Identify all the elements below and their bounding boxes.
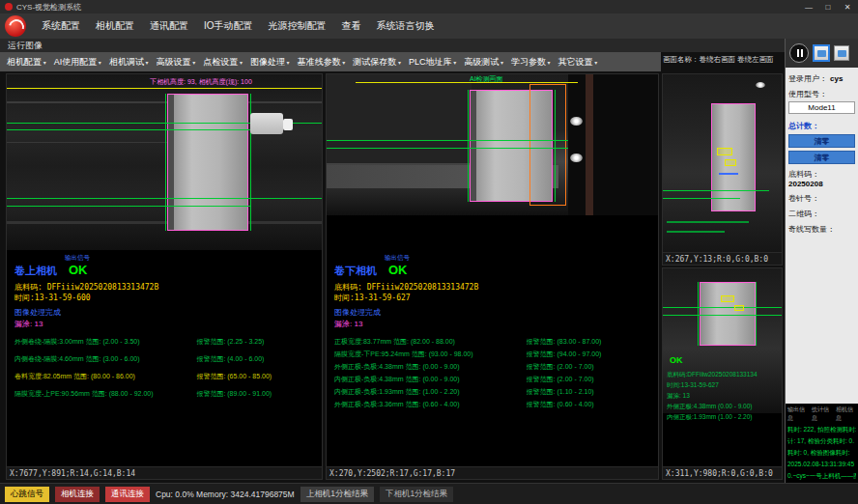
- snapshot-button-1[interactable]: [814, 45, 829, 61]
- model-label: 使用型号：: [788, 89, 855, 99]
- green-measure-line: [756, 282, 757, 346]
- camera-connection-indicator: 相机连接: [55, 487, 100, 502]
- batch-code-value: 20250208: [788, 180, 855, 188]
- alarm-range-text: 报警范围: (2.00 - 7.00): [527, 376, 654, 383]
- menu-light-control-config[interactable]: 光源控制配置: [261, 19, 334, 33]
- roll-needle-label: 卷针号：: [788, 193, 855, 204]
- model-select[interactable]: Mode11: [788, 101, 855, 114]
- yellow-callout-box: [725, 159, 736, 166]
- tb-advanced-settings[interactable]: 高级设置: [153, 54, 200, 70]
- snapshot-button-2[interactable]: [834, 45, 849, 61]
- control-button-row: [786, 39, 858, 68]
- close-button[interactable]: ✕: [842, 3, 853, 12]
- menu-io-manual-config[interactable]: IO手动配置: [196, 19, 261, 33]
- alarm-range-text: 报警范围: (0.60 - 4.00): [527, 401, 654, 408]
- time-text: 时间:13-31-59-627: [334, 293, 654, 303]
- measurement-row: 正极宽度:83.77mm 范围: (82.00 - 88.00)报警范围: (8…: [334, 338, 654, 346]
- titlebar: CYS-视觉检测系统 — □ ✕: [0, 0, 858, 14]
- measurement-row: 隔膜宽度-上PE:90.56mm 范围: (88.00 - 92.00)报警范围…: [14, 390, 318, 398]
- measurement-text: 内侧卷绕-隔膜:4.60mm 范围: (3.00 - 6.00): [14, 355, 196, 363]
- bright-spot: [756, 82, 765, 88]
- side-result-line: 时间:13-31-59-627: [667, 379, 780, 390]
- yellow-callout-box: [734, 305, 744, 311]
- left-camera-image[interactable]: 下相机高度: 93, 相机高度(现): 100: [7, 74, 322, 250]
- side-result-lines: 底料码:DFFiiiw20250208133134 时间:13-31-59-62…: [667, 369, 780, 422]
- lower-camera-result-label: 下相机1分检结果: [380, 487, 453, 502]
- center-camera-image[interactable]: AI检测画面: [327, 74, 658, 215]
- measurement-row: 外侧正极-负极:4.38mm 范围: (0.00 - 9.00)报警范围: (2…: [334, 363, 654, 371]
- menu-language-switch[interactable]: 系统语言切换: [369, 19, 443, 33]
- menu-comm-config[interactable]: 通讯配置: [142, 19, 196, 33]
- stats-line: 计: 17, 检验分类耗时: 0.: [787, 435, 856, 447]
- tb-spot-check[interactable]: 点检设置: [199, 54, 246, 70]
- block-edge: [471, 91, 476, 201]
- measurement-rows: 外侧卷绕-隔膜:3.00mm 范围: (2.00 - 3.50)报警范围: (2…: [14, 338, 318, 398]
- output-signal-label: 输出信号: [65, 254, 318, 263]
- counter-reset-button-1[interactable]: 清零: [788, 134, 855, 148]
- camera-height-overlay: 下相机高度: 93, 相机高度(现): 100: [150, 77, 252, 87]
- measurement-text: 内侧正极-负极:1.93mm 范围: (1.00 - 2.20): [334, 388, 527, 396]
- overlay-text-line: [667, 231, 725, 233]
- alarm-range-text: 报警范围: (65.00 - 85.00): [196, 373, 318, 380]
- tb-camera-config[interactable]: 相机配置: [3, 54, 50, 70]
- menu-view[interactable]: 查看: [334, 19, 369, 33]
- status-bar: 心跳信号 相机连接 通讯连接 Cpu: 0.0% Memory: 3424.41…: [0, 483, 858, 504]
- app-logo-icon: [5, 15, 26, 37]
- barcode-text: 底料码: DFFiiiw2025020813313472B: [14, 282, 318, 293]
- total-count-label: 总计数：: [788, 121, 855, 131]
- cpu-memory-readout: Cpu: 0.0% Memory: 3424.41796875M: [156, 490, 295, 499]
- maximize-button[interactable]: □: [822, 3, 834, 12]
- side-result-line: 底料码:DFFiiiw20250208133134: [667, 369, 780, 379]
- leak-count-text: 漏涂: 13: [14, 319, 318, 329]
- machinery-edge: [7, 101, 322, 103]
- side-camera-view-2: OK 底料码:DFFiiiw20250208133134 时间:13-31-59…: [662, 267, 783, 480]
- roi-orange-box: [529, 84, 566, 206]
- green-measure-line: [7, 206, 250, 207]
- green-measure-line: [327, 140, 568, 141]
- alarm-range-text: 报警范围: (4.00 - 6.00): [196, 355, 318, 363]
- measurement-rows: 正极宽度:83.77mm 范围: (82.00 - 88.00)报警范围: (8…: [334, 338, 654, 408]
- pause-button[interactable]: [789, 43, 809, 63]
- measurement-text: 外侧正极-负极:3.36mm 范围: (0.60 - 4.00): [334, 401, 527, 408]
- pixel-coords-readout: X:270,Y:2502;R:17,G:17,B:17: [327, 466, 658, 479]
- side-camera-image-1[interactable]: [663, 74, 782, 254]
- menu-camera-config[interactable]: 相机配置: [88, 19, 142, 33]
- yellow-reference-line: [7, 88, 322, 89]
- tb-ai-config[interactable]: AI使用配置: [50, 54, 105, 70]
- result-ok-badge: OK: [670, 355, 683, 365]
- minimize-button[interactable]: —: [803, 3, 815, 12]
- stats-tab-statistics[interactable]: 统计信息: [812, 406, 832, 423]
- tb-image-process[interactable]: 图像处理: [246, 54, 294, 70]
- tb-plc-address[interactable]: PLC地址库: [405, 54, 460, 70]
- measurement-text: 卷料宽度:82.05mm 范围: (80.00 - 86.00): [14, 373, 196, 380]
- bright-spot: [570, 154, 583, 162]
- login-user-value: cys: [830, 74, 843, 83]
- counter-reset-button-2[interactable]: 清零: [788, 151, 855, 164]
- machinery-strip: [586, 74, 593, 215]
- green-measure-line: [7, 198, 322, 199]
- tb-learn-params[interactable]: 学习参数: [507, 54, 555, 70]
- green-measure-line: [327, 148, 568, 149]
- tb-camera-debug[interactable]: 相机调试: [105, 54, 153, 70]
- side-result-line: 内侧正极:1.93mm (1.00 - 2.20): [667, 411, 780, 422]
- stats-tab-output[interactable]: 输出信息: [787, 406, 808, 423]
- connector-tip: [283, 119, 293, 130]
- info-fields: 登录用户： cys 使用型号： Mode11 总计数： 清零 清零 底料码： 2…: [786, 68, 858, 404]
- tb-advanced-test[interactable]: 高级测试: [460, 54, 507, 70]
- stats-tab-camera[interactable]: 相机信息: [836, 406, 856, 423]
- tb-other-settings[interactable]: 其它设置: [555, 54, 602, 70]
- tb-baseline-params[interactable]: 基准线参数: [294, 54, 350, 70]
- stats-line: 0.~cys~一号上料机——图像: [787, 470, 856, 482]
- cell-block: [711, 103, 756, 211]
- menubar: 系统配置 相机配置 通讯配置 IO手动配置 光源控制配置 查看 系统语言切换: [0, 14, 858, 39]
- tab-running-image[interactable]: 运行图像: [8, 40, 43, 52]
- measurement-text: 正极宽度:83.77mm 范围: (82.00 - 88.00): [334, 338, 527, 346]
- tb-test-save[interactable]: 测试保存数: [349, 54, 405, 70]
- center-result-panel: 输出信号 卷下相机 OK 底料码: DFFiiiw202502081331347…: [334, 254, 654, 465]
- green-measure-line: [555, 90, 556, 202]
- measurement-row: 内侧正极-负极:4.38mm 范围: (0.00 - 9.00)报警范围: (2…: [334, 376, 654, 383]
- comm-connection-indicator: 通讯连接: [105, 487, 150, 502]
- cell-block: [167, 94, 248, 231]
- menu-system-config[interactable]: 系统配置: [34, 19, 88, 33]
- side-result-line: 外侧正极:4.38mm (0.00 - 9.00): [667, 401, 780, 411]
